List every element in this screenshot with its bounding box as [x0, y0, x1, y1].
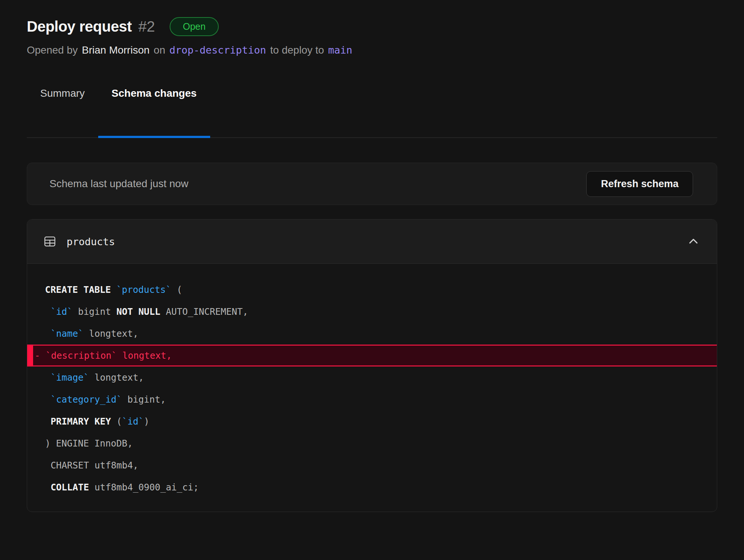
byline-opened-by: Opened by: [27, 44, 78, 56]
deploy-request-number: #2: [138, 18, 155, 35]
schema-status-bar: Schema last updated just now Refresh sch…: [27, 163, 717, 205]
sql-line: PRIMARY KEY (`id`): [27, 410, 717, 432]
sql-line: `name` longtext,: [27, 323, 717, 345]
table-icon: [44, 235, 56, 248]
table-panel-header[interactable]: products: [27, 220, 717, 264]
sql-line: ) ENGINE InnoDB,: [27, 432, 717, 454]
sql-line: `id` bigint NOT NULL AUTO_INCREMENT,: [27, 301, 717, 323]
schema-status-text: Schema last updated just now: [49, 178, 189, 190]
byline: Opened by Brian Morrison on drop-descrip…: [27, 44, 717, 56]
tab-schema-changes[interactable]: Schema changes: [98, 87, 210, 137]
tab-summary-label: Summary: [40, 87, 85, 99]
author-name: Brian Morrison: [82, 44, 150, 56]
title-row: Deploy request #2 Open: [27, 0, 717, 36]
sql-line: CREATE TABLE `products` (: [27, 279, 717, 301]
source-branch-link[interactable]: drop-description: [169, 44, 266, 56]
sql-line: CHARSET utf8mb4,: [27, 454, 717, 476]
status-badge: Open: [170, 17, 218, 36]
table-name: products: [67, 236, 115, 247]
removed-line-marker: [27, 345, 33, 367]
tab-bar: Summary Schema changes: [27, 87, 717, 138]
refresh-schema-button[interactable]: Refresh schema: [586, 171, 693, 197]
sql-line: COLLATE utf8mb4_0900_ai_ci;: [27, 476, 717, 498]
sql-code: CREATE TABLE `products` (`id` bigint NOT…: [27, 264, 717, 512]
byline-to-deploy-to: to deploy to: [270, 44, 324, 56]
tab-schema-changes-label: Schema changes: [112, 87, 197, 99]
byline-on: on: [154, 44, 165, 56]
chevron-up-icon[interactable]: [686, 234, 700, 249]
target-branch-link[interactable]: main: [328, 44, 352, 56]
page-title: Deploy request: [27, 18, 132, 35]
sql-line: `category_id` bigint,: [27, 388, 717, 410]
table-panel: products CREATE TABLE `products` (`id` b…: [27, 219, 717, 512]
deploy-request-page: Deploy request #2 Open Opened by Brian M…: [0, 0, 744, 512]
tab-summary[interactable]: Summary: [27, 87, 98, 137]
sql-line-removed: - `description` longtext,: [27, 345, 717, 367]
sql-line: `image` longtext,: [27, 367, 717, 388]
